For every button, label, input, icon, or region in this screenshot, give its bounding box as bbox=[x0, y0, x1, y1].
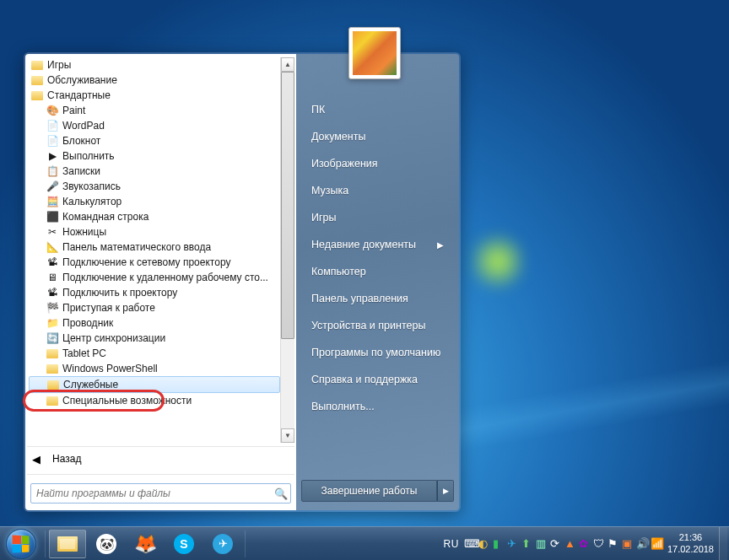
clock[interactable]: 21:36 17.02.2018 bbox=[662, 532, 719, 556]
network-icon[interactable]: 📶 bbox=[648, 527, 662, 561]
item-label: WordPad bbox=[62, 120, 105, 132]
taskbar-app-explorer[interactable] bbox=[49, 530, 86, 558]
program-item[interactable]: ▶Выполнить bbox=[29, 148, 280, 164]
tray-icon[interactable]: ▮ bbox=[490, 527, 505, 561]
app-icon: 📄 bbox=[46, 134, 59, 148]
program-subfolder[interactable]: Windows PowerShell bbox=[29, 361, 280, 376]
right-panel-item[interactable]: Документы bbox=[298, 123, 457, 150]
show-desktop-button[interactable] bbox=[719, 527, 727, 561]
folder-icon bbox=[46, 378, 60, 391]
skype-icon: S bbox=[174, 534, 194, 554]
taskbar-app-panda[interactable]: 🐼 bbox=[88, 530, 125, 558]
program-item[interactable]: 📐Панель математического ввода bbox=[29, 240, 280, 255]
item-label: Центр синхронизации bbox=[62, 332, 165, 344]
tray-icon[interactable]: ⬆ bbox=[519, 527, 533, 561]
right-panel-item[interactable]: Устройства и принтеры bbox=[298, 312, 457, 339]
right-panel-item[interactable]: Программы по умолчанию bbox=[298, 339, 457, 366]
tray-icon[interactable]: ▲ bbox=[562, 527, 576, 561]
item-label: Подключение к сетевому проектору bbox=[62, 256, 230, 268]
right-panel-item[interactable]: Выполнить... bbox=[298, 393, 457, 420]
scrollbar[interactable]: ▲ ▼ bbox=[280, 57, 294, 443]
tray-icon[interactable]: ✿ bbox=[576, 527, 591, 561]
program-subfolder[interactable]: Специальные возможности bbox=[29, 393, 280, 408]
tray-icon[interactable]: 🛡 bbox=[591, 527, 605, 561]
item-label: Выполнить bbox=[62, 150, 115, 162]
program-subfolder[interactable]: Служебные bbox=[29, 376, 280, 393]
scroll-thumb[interactable] bbox=[281, 72, 294, 339]
item-label: Служебные bbox=[63, 379, 118, 390]
user-picture-frame[interactable] bbox=[348, 27, 401, 79]
submenu-arrow-icon: ▶ bbox=[437, 240, 444, 250]
desktop-decoration bbox=[472, 228, 523, 295]
program-item[interactable]: 🏁Приступая к работе bbox=[29, 300, 280, 315]
back-button[interactable]: ◀ Назад bbox=[25, 447, 296, 471]
program-item[interactable]: 🔄Центр синхронизации bbox=[29, 331, 280, 346]
right-panel-item[interactable]: Справка и поддержка bbox=[298, 366, 457, 393]
scroll-track[interactable] bbox=[281, 72, 294, 428]
program-item[interactable]: ⬛Командная строка bbox=[29, 209, 280, 224]
tray-icon[interactable]: ✈ bbox=[505, 527, 519, 561]
program-item[interactable]: 📽Подключение к сетевому проектору bbox=[29, 255, 280, 270]
item-label: Программы по умолчанию bbox=[311, 347, 440, 358]
app-icon: 🖥 bbox=[46, 271, 59, 284]
app-icon: 🧮 bbox=[46, 195, 59, 208]
right-panel-item[interactable]: Панель управления bbox=[298, 285, 457, 312]
item-label: Выполнить... bbox=[311, 401, 375, 412]
folder-icon bbox=[30, 58, 44, 72]
flag-icon[interactable]: ⚑ bbox=[605, 527, 619, 561]
volume-icon[interactable]: 🔊 bbox=[634, 527, 648, 561]
shutdown-button[interactable]: Завершение работы bbox=[301, 480, 437, 502]
program-item[interactable]: 🎤Звукозапись bbox=[29, 179, 280, 194]
search-input[interactable] bbox=[31, 487, 272, 499]
right-panel-item[interactable]: Недавние документы▶ bbox=[298, 231, 457, 258]
program-item[interactable]: 📽Подключить к проектору bbox=[29, 285, 280, 300]
right-panel-item[interactable]: Компьютер bbox=[298, 258, 457, 285]
program-item[interactable]: ✂Ножницы bbox=[29, 224, 280, 240]
program-item[interactable]: 📄Блокнот bbox=[29, 133, 280, 148]
folder-icon bbox=[46, 362, 59, 375]
app-icon: 📋 bbox=[46, 164, 59, 178]
item-label: Ножницы bbox=[62, 226, 106, 238]
item-label: Специальные возможности bbox=[62, 395, 192, 407]
language-indicator[interactable]: RU bbox=[441, 527, 462, 561]
item-label: Изображения bbox=[311, 158, 378, 170]
program-folder[interactable]: Игры bbox=[29, 57, 280, 73]
keyboard-icon[interactable]: ⌨ bbox=[462, 527, 476, 561]
item-label: Стандартные bbox=[47, 89, 111, 101]
item-label: Музыка bbox=[311, 185, 348, 197]
program-item[interactable]: 🧮Калькулятор bbox=[29, 194, 280, 209]
start-button[interactable] bbox=[0, 527, 42, 561]
program-item[interactable]: 🎨Paint bbox=[29, 103, 280, 118]
folder-icon bbox=[46, 394, 59, 407]
app-icon: 📁 bbox=[46, 316, 59, 330]
app-icon: 📄 bbox=[46, 119, 59, 132]
right-panel-item[interactable]: ПК bbox=[298, 96, 457, 123]
taskbar-app-telegram[interactable]: ✈ bbox=[204, 530, 241, 558]
program-folder[interactable]: Стандартные bbox=[29, 88, 280, 103]
program-item[interactable]: 📄WordPad bbox=[29, 118, 280, 133]
app-icon: ▶ bbox=[46, 149, 59, 163]
search-box[interactable]: 🔍 bbox=[30, 483, 291, 503]
right-panel-item[interactable]: Изображения bbox=[298, 150, 457, 177]
program-item[interactable]: 📋Записки bbox=[29, 164, 280, 179]
tray-icon[interactable]: ⟳ bbox=[548, 527, 562, 561]
tray-icon[interactable]: ▥ bbox=[533, 527, 548, 561]
item-label: Панель математического ввода bbox=[62, 241, 211, 253]
tray-icon[interactable]: ▣ bbox=[619, 527, 634, 561]
program-item[interactable]: 📁Проводник bbox=[29, 315, 280, 331]
program-folder[interactable]: Обслуживание bbox=[29, 73, 280, 88]
taskbar-app-skype[interactable]: S bbox=[165, 530, 202, 558]
app-icon: 🔄 bbox=[46, 331, 59, 345]
start-menu-left-panel: ИгрыОбслуживаниеСтандартные🎨Paint📄WordPa… bbox=[25, 54, 296, 510]
program-subfolder[interactable]: Tablet PC bbox=[29, 346, 280, 361]
scroll-up-button[interactable]: ▲ bbox=[281, 57, 294, 72]
right-panel-item[interactable]: Музыка bbox=[298, 177, 457, 204]
item-label: Игры bbox=[47, 59, 71, 71]
scroll-down-button[interactable]: ▼ bbox=[281, 428, 294, 443]
program-item[interactable]: 🖥Подключение к удаленному рабочему сто..… bbox=[29, 270, 280, 285]
shutdown-options-button[interactable]: ▶ bbox=[437, 480, 454, 502]
tray-icon[interactable]: ◐ bbox=[476, 527, 490, 561]
taskbar-app-firefox[interactable]: 🦊 bbox=[127, 530, 164, 558]
right-panel-item[interactable]: Игры bbox=[298, 204, 457, 231]
back-label: Назад bbox=[52, 453, 81, 465]
